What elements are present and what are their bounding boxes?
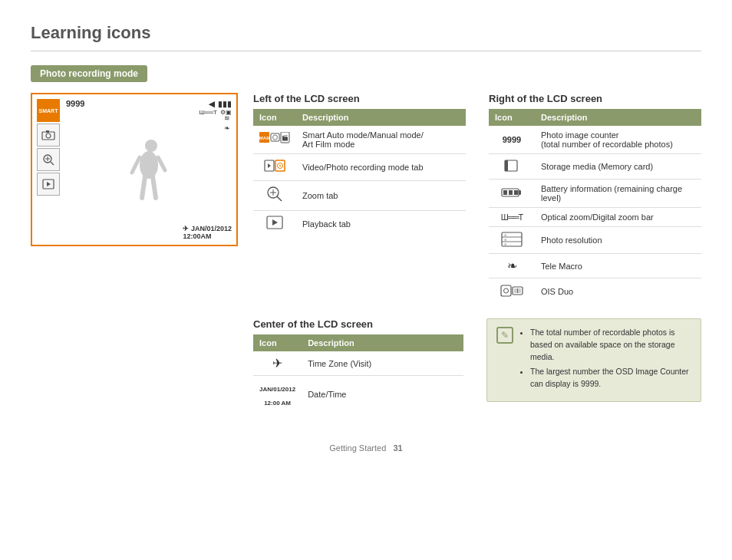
counter-val: 9999 (503, 135, 521, 144)
lcd-counter: 9999 (66, 99, 84, 108)
right-table: Icon Description 9999 Photo image counte… (489, 109, 701, 305)
svg-marker-8 (47, 182, 51, 186)
center-table: Icon Description ✈ Time Zone (Visit) (253, 334, 463, 413)
table-row: Ш══T Optical zoom/Digital zoom bar (489, 208, 701, 227)
icon-cell-smart: SMART 🎬 (253, 126, 296, 154)
table-row: 9999 Photo image counter(total number of… (489, 126, 701, 154)
page-number: 31 (393, 443, 402, 453)
svg-rect-38 (514, 190, 518, 195)
svg-line-14 (153, 176, 156, 198)
desc-timezone: Time Zone (Visit) (302, 351, 463, 376)
icon-cell-resolution: ≋ ≋ ≋ (489, 227, 535, 254)
lcd-figure (66, 116, 232, 225)
lcd-right-icons-col: ≋ ❧ (224, 114, 230, 132)
lcd-top-row: 9999 ◀ ▮▮▮ (66, 99, 232, 108)
icon-cell-storage (489, 154, 535, 180)
svg-rect-37 (509, 190, 513, 195)
lcd-icon-resolution: ≋ (224, 114, 230, 122)
desc-ois: OIS Duo (535, 278, 701, 305)
lcd-battery-icon: ▮▮▮ (218, 100, 232, 108)
right-lcd-section: Right of the LCD screen Icon Description… (489, 93, 701, 305)
lcd-zoom-bar: Ш══T (199, 109, 217, 116)
table-row: Storage media (Memory card) (489, 154, 701, 180)
lcd-icon-smart: SMART (37, 99, 60, 122)
lcd-storage-icon: ◀ (209, 100, 215, 108)
table-row: ≋ ≋ ≋ Photo resolution (489, 227, 701, 254)
desc-macro: Tele Macro (535, 254, 701, 278)
lcd-icon-playback (37, 173, 60, 196)
center-lcd-section: Center of the LCD screen Icon Descriptio… (253, 318, 463, 413)
lcd-icon-macro: ❧ (224, 124, 230, 132)
icon-cell-vidphoto (253, 154, 296, 181)
macro-icon: ❧ (507, 259, 517, 272)
svg-text:🎬: 🎬 (282, 134, 289, 141)
tables-area: Left of the LCD screen Icon Description (253, 93, 701, 413)
icon-cell-zoom (253, 181, 296, 211)
lcd-sidebar: SMART (37, 99, 63, 240)
table-row: JAN/01/2012 12:00 AM Date/Time (253, 376, 463, 413)
page-title: Learning icons (31, 23, 701, 43)
right-col-desc: Description (535, 109, 701, 126)
center-table-heading: Center of the LCD screen (253, 318, 463, 330)
section-badge: Photo recording mode (31, 65, 147, 82)
desc-playback: Playback tab (296, 211, 466, 238)
icon-cell-datetime: JAN/01/2012 12:00 AM (253, 376, 302, 413)
svg-text:≋: ≋ (504, 242, 506, 246)
svg-line-13 (142, 176, 145, 198)
icon-cell-battery (489, 180, 535, 208)
desc-smart: Smart Auto mode/Manual mode/Art Film mod… (296, 126, 466, 154)
center-col-icon: Icon (253, 334, 302, 351)
main-content: SMART (31, 93, 701, 413)
table-row: Video/Photo recording mode tab (253, 154, 466, 181)
svg-point-18 (273, 135, 278, 140)
left-table: Icon Description SMART (253, 109, 466, 237)
table-row: ✈ Time Zone (Visit) (253, 351, 463, 376)
icon-cell-timezone: ✈ (253, 351, 302, 376)
svg-rect-45 (501, 285, 511, 296)
desc-zoombar: Optical zoom/Digital zoom bar (535, 208, 701, 227)
title-divider (31, 51, 701, 51)
svg-point-1 (46, 133, 51, 138)
icon-cell-playback (253, 211, 296, 238)
svg-line-12 (158, 157, 165, 170)
center-col-desc: Description (302, 334, 463, 351)
svg-point-9 (145, 140, 157, 152)
desc-resolution: Photo resolution (535, 227, 701, 254)
icon-cell-macro: ❧ (489, 254, 535, 278)
svg-rect-2 (46, 130, 49, 133)
table-row: Battery information (remaining charge le… (489, 180, 701, 208)
datetime-icon: JAN/01/2012 12:00 AM (259, 386, 295, 407)
desc-storage: Storage media (Memory card) (535, 154, 701, 180)
table-row: Playback tab (253, 211, 466, 238)
table-row: ❧ Tele Macro (489, 254, 701, 278)
left-table-heading: Left of the LCD screen (253, 93, 466, 104)
right-table-heading: Right of the LCD screen (489, 93, 701, 104)
svg-line-27 (277, 196, 282, 201)
svg-rect-33 (505, 160, 508, 171)
note-list: The total number of recordable photos is… (519, 327, 691, 394)
svg-text:≋: ≋ (504, 233, 506, 237)
svg-point-10 (140, 151, 158, 179)
page-footer: Getting Started 31 (31, 443, 701, 453)
svg-line-4 (51, 162, 54, 165)
left-col-desc: Description (296, 109, 466, 126)
lcd-icon-camera (37, 124, 60, 147)
desc-battery: Battery information (remaining charge le… (535, 180, 701, 208)
note-item-1: The total number of recordable photos is… (530, 327, 691, 363)
lcd-bottom-row: ✈ JAN/01/2012 12:00AM (66, 225, 232, 240)
lcd-icon-zoom (37, 148, 60, 171)
svg-text:≋: ≋ (504, 238, 506, 242)
desc-counter: Photo image counter(total number of reco… (535, 126, 701, 154)
tables-row-top: Left of the LCD screen Icon Description (253, 93, 701, 305)
desc-datetime: Date/Time (302, 376, 463, 413)
left-lcd-section: Left of the LCD screen Icon Description (253, 93, 466, 305)
svg-point-25 (279, 165, 281, 166)
icon-cell-counter: 9999 (489, 126, 535, 154)
timezone-icon: ✈ (272, 357, 282, 370)
table-row: SMART 🎬 Smart Auto mode/Manual mode/Art … (253, 126, 466, 154)
note-icon: ✎ (496, 327, 513, 344)
lcd-datetime: ✈ JAN/01/2012 12:00AM (183, 225, 232, 240)
svg-point-46 (504, 288, 509, 293)
svg-rect-36 (503, 190, 507, 195)
note-item-2: The largest number the OSD Image Counter… (530, 366, 691, 390)
